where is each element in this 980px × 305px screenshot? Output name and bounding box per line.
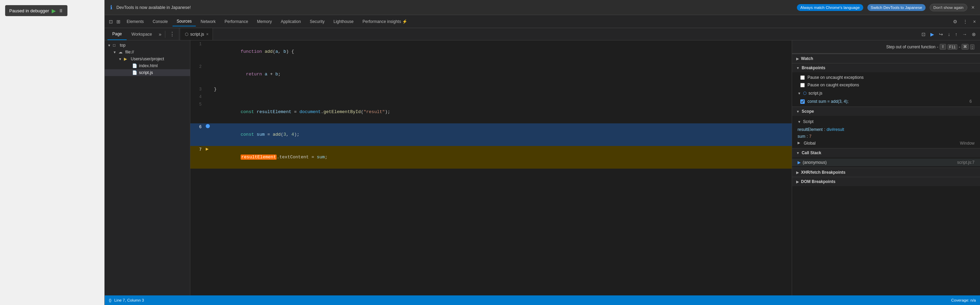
tree-item-script-js[interactable]: 📄 script.js — [105, 69, 190, 76]
page-tab[interactable]: Page — [108, 28, 127, 40]
resume-debugger-button[interactable]: ▶ — [929, 31, 935, 38]
bp-dot-6 — [206, 123, 213, 146]
deactivate-breakpoints-button[interactable]: ⊗ — [970, 31, 977, 38]
watch-arrow: ▶ — [796, 57, 799, 61]
tab-security[interactable]: Security — [305, 17, 329, 26]
step-over-button[interactable]: ↪ — [937, 31, 944, 38]
cloud-icon: ☁ — [118, 50, 124, 54]
step-hint-text: Step out of current function — [886, 45, 935, 50]
resume-button[interactable]: ▶ — [52, 8, 56, 14]
code-editor[interactable]: 1 function add(a, b) { 2 return a + b; 3… — [190, 40, 792, 295]
hamburger-menu-button[interactable]: ⋮ — [167, 31, 178, 37]
bp-placeholder-7: ▶ — [206, 146, 213, 169]
pause-uncaught-input[interactable] — [800, 75, 805, 80]
tab-elements[interactable]: Elements — [123, 17, 148, 26]
tree-item-project[interactable]: ▼ ▶ Users/user/project — [105, 56, 190, 62]
step-into-button[interactable]: ↓ — [947, 31, 951, 38]
scope-header[interactable]: ▼ Scope — [792, 107, 980, 116]
scope-key-sum: sum — [797, 134, 805, 139]
tree-item-index-html[interactable]: 📄 index.html — [105, 62, 190, 69]
pause-uncaught-checkbox[interactable]: Pause on uncaught exceptions — [792, 74, 980, 81]
tree-item-file[interactable]: ▼ ☁ file:// — [105, 49, 190, 56]
format-icon[interactable]: {} — [109, 298, 111, 302]
close-devtools-button[interactable]: × — [972, 18, 977, 25]
line-content-4 — [213, 93, 792, 101]
line-num-7: 7 — [190, 146, 206, 169]
call-arrow-icon: ▶ — [797, 160, 801, 165]
call-stack-header[interactable]: ▼ Call Stack — [792, 148, 980, 157]
script-breakpoint-item[interactable]: const sum = add(3, 4); 6 — [792, 97, 980, 105]
step-button-long[interactable]: → — [961, 31, 968, 38]
tab-network[interactable]: Network — [196, 17, 220, 26]
call-stack-item-anonymous[interactable]: ▶ (anonymous) script.js:7 — [792, 159, 980, 166]
dom-breakpoints-header[interactable]: ▶ DOM Breakpoints — [792, 177, 980, 186]
file-tree: ▼ □ top ▼ ☁ file:// ▼ ▶ Users/user/proje… — [105, 40, 190, 295]
tab-application[interactable]: Application — [277, 17, 305, 26]
bp-placeholder-5 — [206, 101, 213, 123]
script-scope-label: Script — [803, 119, 814, 124]
pause-caught-input[interactable] — [800, 83, 805, 88]
notification-bar: ℹ DevTools is now available in Japanese!… — [105, 0, 980, 15]
watch-label: Watch — [801, 56, 813, 61]
line-content-3: } — [213, 86, 792, 93]
tree-arrow-top: ▼ — [108, 43, 111, 47]
line-content-2: return a + b; — [213, 63, 792, 86]
split-panel-icon[interactable]: ⊡ — [920, 31, 927, 38]
paused-badge: Paused in debugger ▶ ⏸ — [5, 5, 67, 16]
tab-console[interactable]: Console — [148, 17, 172, 26]
tab-sources[interactable]: Sources — [172, 17, 196, 26]
file-tab-script[interactable]: ⬡ script.js × — [181, 28, 213, 40]
step-hint: Step out of current function - ⇧ F11 - ⌘… — [792, 40, 980, 53]
scope-item-global[interactable]: ▶ Global Window — [792, 140, 980, 147]
tree-arrow-file: ▼ — [113, 50, 117, 54]
workspace-tab[interactable]: Workspace — [127, 28, 157, 40]
more-tabs-button[interactable]: » — [157, 32, 164, 37]
xhr-arrow: ▶ — [796, 171, 799, 174]
inspect-icon[interactable]: ⊡ — [108, 18, 115, 25]
line-num-6: 6 — [190, 123, 206, 146]
html-file-icon: 📄 — [132, 63, 138, 68]
pause-caught-checkbox[interactable]: Pause on caught exceptions — [792, 81, 980, 89]
watch-section: ▶ Watch — [792, 53, 980, 63]
breakpoints-arrow: ▼ — [796, 66, 800, 70]
script-scope-header[interactable]: ▼ Script — [792, 117, 980, 126]
line-content-1: function add(a, b) { — [213, 40, 792, 63]
close-notification-button[interactable]: × — [972, 5, 975, 11]
tab-memory[interactable]: Memory — [253, 17, 276, 26]
switch-japanese-button[interactable]: Switch DevTools to Japanese — [867, 4, 926, 11]
scope-item-result-element[interactable]: resultElement : div#result — [792, 126, 980, 133]
scope-val-result: div#result — [827, 127, 844, 132]
call-stack-anonymous: (anonymous) — [803, 160, 827, 165]
step-button[interactable]: ⏸ — [59, 8, 63, 13]
tab-performance[interactable]: Performance — [220, 17, 252, 26]
script-bp-arrow: ▼ — [797, 91, 801, 95]
scope-key-result: resultElement — [797, 127, 822, 132]
xhr-breakpoints-header[interactable]: ▶ XHR/fetch Breakpoints — [792, 168, 980, 177]
script-breakpoint-header[interactable]: ▼ ⬡ script.js — [792, 89, 980, 97]
code-line-2: 2 return a + b; — [190, 63, 792, 86]
settings-icon[interactable]: ⚙ — [951, 18, 959, 25]
secondary-tab-bar: Page Workspace » ⋮ ⬡ script.js × ⊡ ▶ ↪ ↓… — [105, 28, 980, 40]
tab-performance-insights[interactable]: Performance insights ⚡ — [358, 17, 412, 26]
bp-placeholder-1 — [206, 40, 213, 63]
script-bp-icon: ⬡ — [803, 91, 807, 96]
dom-arrow: ▶ — [796, 180, 799, 184]
tree-item-top[interactable]: ▼ □ top — [105, 42, 190, 49]
device-toggle-icon[interactable]: ⊞ — [115, 18, 122, 25]
breakpoints-header[interactable]: ▼ Breakpoints — [792, 63, 980, 72]
scope-item-sum[interactable]: sum : 7 — [792, 133, 980, 140]
paused-label: Paused in debugger — [9, 8, 49, 13]
page-workspace-tabs: Page Workspace » ⋮ — [105, 28, 178, 40]
tree-icon-top: □ — [113, 43, 118, 48]
code-line-6: 6 const sum = add(3, 4); — [190, 123, 792, 146]
step-out-button[interactable]: ↑ — [954, 31, 959, 38]
close-file-tab-button[interactable]: × — [206, 32, 208, 37]
dismiss-button[interactable]: Don't show again — [930, 4, 967, 11]
watch-header[interactable]: ▶ Watch — [792, 54, 980, 63]
more-options-icon[interactable]: ⋮ — [961, 18, 969, 25]
bp-placeholder-2 — [206, 63, 213, 86]
match-language-button[interactable]: Always match Chrome's language — [797, 4, 863, 11]
line-num-1: 1 — [190, 40, 206, 63]
tab-lighthouse[interactable]: Lighthouse — [329, 17, 358, 26]
script-bp-checkbox[interactable] — [800, 99, 805, 104]
